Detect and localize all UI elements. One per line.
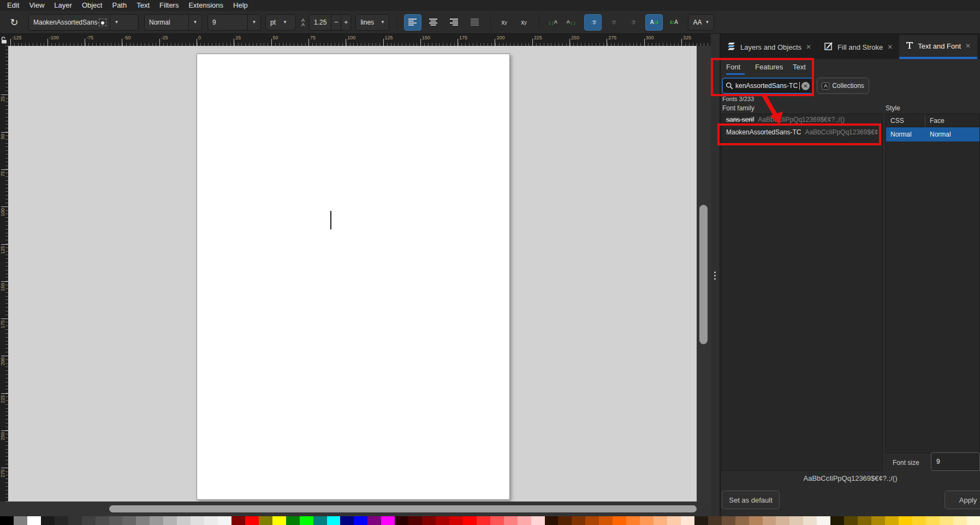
palette-swatch[interactable] xyxy=(885,516,899,525)
vertical-scrollbar-thumb[interactable] xyxy=(699,205,708,344)
palette-swatch[interactable] xyxy=(858,516,871,525)
horizontal-scrollbar-thumb[interactable] xyxy=(109,505,697,512)
align-right-button[interactable] xyxy=(446,14,463,31)
palette-swatch[interactable] xyxy=(136,516,150,525)
palette-swatch[interactable] xyxy=(381,516,395,525)
palette-swatch[interactable] xyxy=(245,516,259,525)
palette-swatch[interactable] xyxy=(177,516,191,525)
palette-swatch[interactable] xyxy=(96,516,109,525)
palette-swatch[interactable] xyxy=(367,516,381,525)
chevron-down-icon[interactable]: ▼ xyxy=(280,15,290,30)
menu-path[interactable]: Path xyxy=(107,0,132,11)
close-icon[interactable]: ✕ xyxy=(887,43,893,51)
palette-swatch[interactable] xyxy=(558,516,572,525)
line-spacing-spinner[interactable]: 1.25 − + xyxy=(309,14,351,31)
font-size-select[interactable]: 9 ▼ xyxy=(207,14,261,31)
palette-swatch[interactable] xyxy=(844,516,858,525)
minus-icon[interactable]: − xyxy=(331,15,341,30)
chevron-down-icon[interactable]: ▼ xyxy=(247,15,260,30)
palette-swatch[interactable] xyxy=(667,516,681,525)
palette-swatch[interactable] xyxy=(477,516,490,525)
palette-swatch[interactable] xyxy=(735,516,749,525)
unit-select[interactable]: pt ▼ xyxy=(265,14,296,31)
menu-edit[interactable]: Edit xyxy=(2,0,24,11)
dock-tab-fill-and-stroke[interactable]: Fill and Stroke✕ xyxy=(818,35,899,59)
palette-swatch[interactable] xyxy=(14,516,27,525)
palette-swatch[interactable] xyxy=(122,516,136,525)
font-list-item[interactable]: MaokenAssortedSans-TCAaBbCcIiPpQq12369$€… xyxy=(722,125,882,139)
menu-view[interactable]: View xyxy=(24,0,49,11)
palette-swatch[interactable] xyxy=(531,516,545,525)
palette-swatch[interactable] xyxy=(518,516,531,525)
palette-swatch[interactable] xyxy=(763,516,776,525)
orientation-upright-button[interactable]: ↓字 xyxy=(584,14,602,31)
subtab-features[interactable]: Features xyxy=(755,63,783,71)
palette-swatch[interactable] xyxy=(109,516,123,525)
palette-swatch[interactable] xyxy=(300,516,313,525)
font-search-input[interactable]: kenAssortedSans-TC ✕ xyxy=(722,78,813,94)
palette-swatch[interactable] xyxy=(640,516,654,525)
palette-swatch[interactable] xyxy=(231,516,245,525)
set-as-default-button[interactable]: Set as default xyxy=(722,491,780,509)
orientation-sideways-button[interactable]: ↓字 xyxy=(604,14,621,31)
palette-swatch[interactable] xyxy=(0,516,14,525)
ruler-lock-corner[interactable] xyxy=(0,34,8,46)
menu-text[interactable]: Text xyxy=(132,0,155,11)
palette-swatch[interactable] xyxy=(626,516,640,525)
chevron-down-icon[interactable]: ▼ xyxy=(188,15,201,30)
orientation-mixed-button[interactable]: ↓字 xyxy=(623,14,641,31)
chevron-down-icon[interactable]: ▼ xyxy=(378,15,387,30)
menu-object[interactable]: Object xyxy=(77,0,108,11)
subtab-font[interactable]: Font xyxy=(726,63,740,71)
palette-swatch[interactable] xyxy=(654,516,667,525)
align-justify-button[interactable] xyxy=(466,14,484,31)
align-left-button[interactable] xyxy=(404,14,421,31)
palette-swatch[interactable] xyxy=(899,516,912,525)
palette-swatch[interactable] xyxy=(830,516,844,525)
refresh-icon[interactable]: ↻ xyxy=(5,14,23,31)
palette-swatch[interactable] xyxy=(803,516,817,525)
palette-swatch[interactable] xyxy=(694,516,708,525)
horizontal-scrollbar[interactable] xyxy=(0,502,711,516)
panel-resize-handle[interactable] xyxy=(711,34,721,516)
palette-swatch[interactable] xyxy=(940,516,953,525)
palette-swatch[interactable] xyxy=(27,516,41,525)
palette-swatch[interactable] xyxy=(722,516,735,525)
palette-swatch[interactable] xyxy=(340,516,354,525)
palette-swatch[interactable] xyxy=(789,516,803,525)
palette-swatch[interactable] xyxy=(926,516,940,525)
menu-layer[interactable]: Layer xyxy=(49,0,77,11)
style-row[interactable]: NormalNormal xyxy=(886,127,979,141)
apply-button[interactable]: Apply xyxy=(945,491,980,509)
palette-swatch[interactable] xyxy=(422,516,436,525)
palette-swatch[interactable] xyxy=(327,516,341,525)
palette-swatch[interactable] xyxy=(504,516,518,525)
palette-swatch[interactable] xyxy=(572,516,585,525)
palette-swatch[interactable] xyxy=(613,516,626,525)
subtab-text[interactable]: Text xyxy=(793,63,806,71)
palette-swatch[interactable] xyxy=(708,516,722,525)
palette-swatch[interactable] xyxy=(163,516,177,525)
palette-swatch[interactable] xyxy=(259,516,272,525)
close-icon[interactable]: ✕ xyxy=(965,42,971,50)
vertical-scrollbar[interactable] xyxy=(697,46,711,502)
palette-swatch[interactable] xyxy=(354,516,367,525)
palette-swatch[interactable] xyxy=(286,516,300,525)
superscript-button[interactable]: xy xyxy=(495,14,513,31)
palette-swatch[interactable] xyxy=(313,516,327,525)
palette-swatch[interactable] xyxy=(681,516,694,525)
font-size-input[interactable]: 9 xyxy=(931,452,980,471)
align-center-button[interactable] xyxy=(425,14,442,31)
palette-swatch[interactable] xyxy=(436,516,449,525)
palette-swatch[interactable] xyxy=(463,516,477,525)
clear-search-icon[interactable]: ✕ xyxy=(801,82,810,90)
vertical-text-rtl-button[interactable]: A↓↓ xyxy=(562,14,580,31)
palette-swatch[interactable] xyxy=(395,516,408,525)
palette-swatch[interactable] xyxy=(204,516,218,525)
palette-swatch[interactable] xyxy=(817,516,830,525)
palette-swatch[interactable] xyxy=(490,516,504,525)
direction-rtl-button[interactable]: ⇇A xyxy=(665,14,682,31)
menu-help[interactable]: Help xyxy=(228,0,253,11)
palette-swatch[interactable] xyxy=(82,516,96,525)
font-list-item[interactable]: sans serifAaBbCcIiPpQq12369$€¢?.;/() xyxy=(722,114,882,125)
